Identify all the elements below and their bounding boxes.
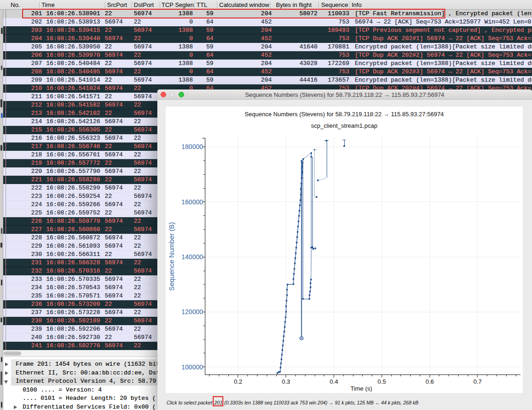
svg-text:0.2: 0.2: [234, 378, 242, 385]
svg-text:Sequence Number (B): Sequence Number (B): [167, 222, 175, 291]
svg-text:scp_client_stream1.pcap: scp_client_stream1.pcap: [311, 122, 377, 129]
svg-text:0.7: 0.7: [473, 378, 482, 385]
svg-text:0.4: 0.4: [330, 378, 338, 385]
svg-text:0.3: 0.3: [282, 378, 290, 385]
svg-text:140000: 140000: [181, 253, 203, 261]
svg-text:180000: 180000: [181, 143, 203, 150]
svg-text:0.5: 0.5: [377, 378, 386, 385]
svg-text:Time (s): Time (s): [350, 385, 372, 392]
svg-text:0.6: 0.6: [425, 378, 434, 385]
svg-text:160000: 160000: [181, 198, 203, 206]
svg-text:Sequence Numbers (Stevens) for: Sequence Numbers (Stevens) for 58.79.219…: [245, 111, 444, 118]
svg-text:120000: 120000: [181, 308, 203, 315]
svg-text:100000: 100000: [181, 363, 203, 371]
